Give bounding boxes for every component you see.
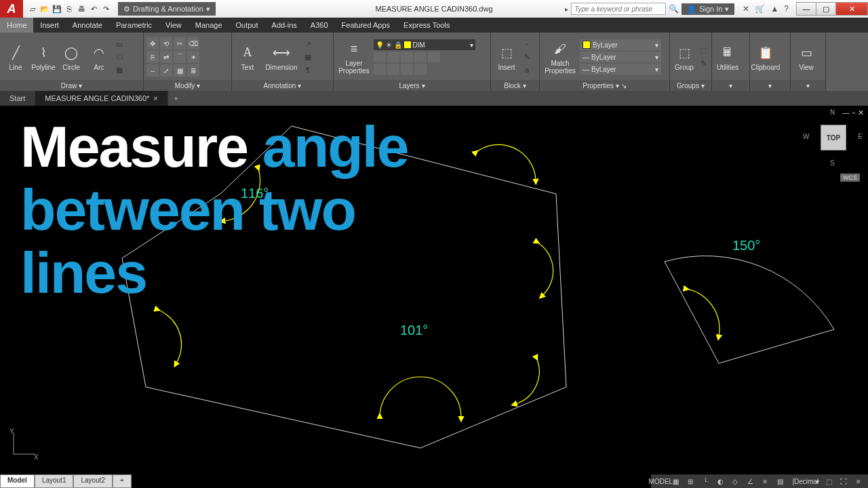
undo-icon[interactable]: ↶ <box>88 3 99 14</box>
rectangle-icon[interactable]: ▭ <box>114 39 125 49</box>
tab-insert[interactable]: Insert <box>33 18 66 33</box>
hatch-icon[interactable]: ▦ <box>114 64 125 75</box>
wcs-badge[interactable]: WCS <box>840 174 860 182</box>
fillet-icon[interactable]: ⌒ <box>174 51 186 63</box>
circle-tool[interactable]: ◯Circle <box>58 43 84 71</box>
panel-draw[interactable]: Draw ▾ <box>0 80 143 91</box>
leader-icon[interactable]: ↗ <box>302 39 313 49</box>
close-tab-icon[interactable]: × <box>153 94 157 102</box>
doctab-active[interactable]: MEASURE ANGLE CADIN360*× <box>35 91 168 106</box>
redo-icon[interactable]: ↷ <box>100 3 111 14</box>
panel-layers[interactable]: Layers ▾ <box>334 80 490 91</box>
maximize-button[interactable]: ▢ <box>816 2 836 16</box>
units-label[interactable]: Decimal <box>801 476 812 487</box>
scale-icon[interactable]: ⤢ <box>160 64 172 77</box>
tab-a360[interactable]: A360 <box>304 18 335 33</box>
color-dropdown[interactable]: ByLayer▾ <box>580 39 661 50</box>
ortho-icon[interactable]: └ <box>700 476 711 487</box>
search-icon[interactable]: 🔍 <box>669 4 679 14</box>
snap-icon[interactable]: ⊞ <box>685 476 696 487</box>
signin-button[interactable]: 👤 Sign In ▾ <box>682 3 734 15</box>
tab-view[interactable]: View <box>159 18 189 33</box>
panel-properties[interactable]: Properties ▾ ↘ <box>540 80 669 91</box>
exchange-icon[interactable]: ✕ <box>743 4 749 14</box>
search-dropdown-icon[interactable]: ▸ <box>565 5 568 13</box>
clipboard-button[interactable]: 📋Clipboard <box>753 43 778 71</box>
transparency-icon[interactable]: ▤ <box>774 476 785 487</box>
group-button[interactable]: ⬚Group <box>673 43 696 71</box>
tab-parametric[interactable]: Parametric <box>109 18 159 33</box>
tab-express[interactable]: Express Tools <box>397 18 456 33</box>
attr-icon[interactable]: a <box>521 64 532 75</box>
tab-layout1[interactable]: Layout1 <box>35 474 74 488</box>
insert-block-button[interactable]: ⬚Insert <box>494 43 519 71</box>
lineweight-dropdown[interactable]: — ByLayer▾ <box>580 52 661 62</box>
panel-utilities[interactable]: ▾ <box>712 80 749 91</box>
utilities-button[interactable]: 🖩Utilities <box>715 43 741 71</box>
layer-btn3[interactable] <box>401 52 413 62</box>
tab-annotate[interactable]: Annotate <box>66 18 109 33</box>
text-tool[interactable]: AText <box>235 43 260 71</box>
copy-icon[interactable]: ⎘ <box>146 51 159 63</box>
save-icon[interactable]: 💾 <box>52 3 62 14</box>
fullscreen-icon[interactable]: ⛶ <box>838 476 849 487</box>
app-logo[interactable]: A <box>0 0 23 18</box>
layer-btn7[interactable] <box>387 64 399 75</box>
table-icon[interactable]: ▦ <box>302 52 313 62</box>
panel-groups[interactable]: Groups ▾ <box>670 80 711 91</box>
tab-addins[interactable]: Add-ins <box>265 18 304 33</box>
layer-btn5[interactable] <box>428 52 440 62</box>
tab-layout2[interactable]: Layout2 <box>73 474 113 488</box>
layer-properties-button[interactable]: ≡Layer Properties <box>336 39 372 75</box>
layer-dropdown[interactable]: 💡 ☀ 🔒 DIM▾ <box>374 39 475 50</box>
saveas-icon[interactable]: ⎘ <box>64 3 75 14</box>
panel-modify[interactable]: Modify ▾ <box>144 80 231 91</box>
cart-icon[interactable]: 🛒 <box>755 4 765 14</box>
layer-btn1[interactable] <box>374 52 386 62</box>
panel-annotation[interactable]: Annotation ▾ <box>232 80 333 91</box>
panel-block[interactable]: Block ▾ <box>491 80 539 91</box>
grid-icon[interactable]: ▦ <box>670 476 681 487</box>
search-input[interactable] <box>571 3 666 15</box>
tab-manage[interactable]: Manage <box>189 18 229 33</box>
view-button[interactable]: ▭View <box>793 43 819 71</box>
polyline-tool[interactable]: ⌇Polyline <box>31 43 56 71</box>
explode-icon[interactable]: ✶ <box>187 51 199 63</box>
new-icon[interactable]: ▱ <box>27 3 38 14</box>
cloud-icon[interactable]: ▲ <box>770 4 778 14</box>
viewcube[interactable]: N S E W TOP <box>807 111 860 164</box>
layer-btn2[interactable] <box>387 52 399 62</box>
create-block-icon[interactable]: ▫ <box>521 39 532 49</box>
edit-block-icon[interactable]: ✎ <box>521 52 532 62</box>
tab-output[interactable]: Output <box>229 18 265 33</box>
tab-home[interactable]: Home <box>0 18 33 33</box>
layer-btn6[interactable] <box>374 64 386 75</box>
qprops-icon[interactable]: ⬚ <box>823 476 834 487</box>
mtext-icon[interactable]: ¶ <box>302 64 313 75</box>
layer-btn9[interactable] <box>414 64 427 75</box>
linetype-dropdown[interactable]: — ByLayer▾ <box>580 64 661 75</box>
help-icon[interactable]: ? <box>784 4 789 14</box>
customize-icon[interactable]: ≡ <box>853 476 864 487</box>
osnap-icon[interactable]: ◇ <box>730 476 741 487</box>
add-tab-button[interactable]: + <box>168 91 184 106</box>
stretch-icon[interactable]: ↔ <box>146 64 159 77</box>
trim-icon[interactable]: ✂ <box>174 37 186 49</box>
group-edit-icon[interactable]: ✎ <box>698 58 709 69</box>
dimension-tool[interactable]: ⟷Dimension <box>262 43 300 71</box>
match-properties-button[interactable]: 🖌Match Properties <box>542 39 578 75</box>
rotate-icon[interactable]: ⟲ <box>160 37 172 49</box>
tab-featured[interactable]: Featured Apps <box>335 18 397 33</box>
arc-tool[interactable]: ◠Arc <box>86 43 112 71</box>
status-model[interactable]: MODEL <box>655 476 666 487</box>
erase-icon[interactable]: ⌫ <box>187 37 199 49</box>
lweight-icon[interactable]: ≡ <box>760 476 770 487</box>
mirror-icon[interactable]: ⇄ <box>160 51 172 63</box>
viewcube-top[interactable]: TOP <box>821 125 846 150</box>
move-icon[interactable]: ✥ <box>146 37 159 49</box>
doctab-start[interactable]: Start <box>0 91 35 106</box>
line-tool[interactable]: ╱Line <box>3 43 28 71</box>
layer-btn4[interactable] <box>414 52 427 62</box>
open-icon[interactable]: 📂 <box>39 3 50 14</box>
otrack-icon[interactable]: ∠ <box>745 476 755 487</box>
